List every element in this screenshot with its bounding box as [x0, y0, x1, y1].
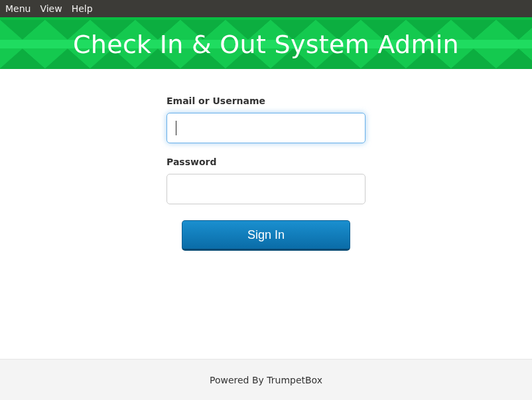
- app-menubar: Menu View Help: [0, 0, 532, 17]
- app-banner: Check In & Out System Admin: [0, 17, 532, 69]
- footer: Powered By TrumpetBox: [0, 359, 532, 400]
- menubar-item-view[interactable]: View: [40, 3, 62, 14]
- menubar-item-menu[interactable]: Menu: [5, 3, 31, 14]
- login-panel: Email or Username Password Sign In: [0, 69, 532, 359]
- login-form: Email or Username Password Sign In: [166, 96, 366, 251]
- menubar-item-help[interactable]: Help: [72, 3, 93, 14]
- page-title: Check In & Out System Admin: [73, 30, 459, 59]
- signin-button[interactable]: Sign In: [182, 220, 350, 251]
- password-field[interactable]: [166, 174, 366, 204]
- email-field[interactable]: [166, 113, 366, 143]
- email-label: Email or Username: [166, 96, 366, 106]
- password-label: Password: [166, 157, 366, 167]
- footer-text: Powered By TrumpetBox: [210, 375, 322, 385]
